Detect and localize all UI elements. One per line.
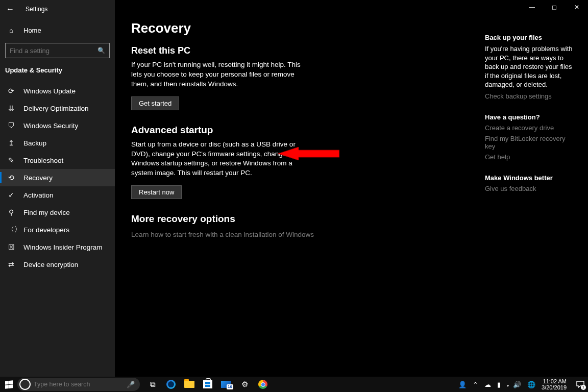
rp-q-link-0[interactable]: Create a recovery drive bbox=[485, 124, 573, 132]
sidebar-item-encryption[interactable]: ⇄Device encryption bbox=[0, 256, 115, 273]
settings-icon[interactable]: ⚙ bbox=[239, 379, 250, 390]
language-icon[interactable]: 🌐 bbox=[527, 381, 535, 388]
sidebar-item-label: Troubleshoot bbox=[23, 157, 63, 164]
search-icon: 🔍 bbox=[97, 47, 105, 54]
people-icon[interactable]: 👤 bbox=[458, 381, 467, 388]
recovery-icon: ⟲ bbox=[7, 174, 15, 182]
sidebar-item-label: Delivery Optimization bbox=[23, 105, 89, 112]
activation-icon: ✓ bbox=[7, 191, 15, 199]
rp-better-link[interactable]: Give us feedback bbox=[485, 185, 573, 192]
mail-icon[interactable]: 10 bbox=[220, 379, 232, 390]
find-icon: ⚲ bbox=[7, 208, 15, 216]
sidebar-item-find[interactable]: ⚲Find my device bbox=[0, 204, 115, 221]
battery-icon[interactable]: ▮ bbox=[497, 381, 501, 388]
troubleshoot-icon: ✎ bbox=[7, 156, 15, 164]
settings-search-input[interactable] bbox=[10, 47, 97, 55]
window-minimize[interactable]: — bbox=[521, 0, 543, 14]
cortana-icon bbox=[19, 379, 31, 390]
back-icon[interactable]: ← bbox=[6, 5, 14, 14]
sidebar-item-delivery[interactable]: ⇊Delivery Optimization bbox=[0, 100, 115, 117]
windows-icon bbox=[5, 380, 13, 389]
reset-get-started-button[interactable]: Get started bbox=[131, 96, 179, 110]
delivery-icon: ⇊ bbox=[7, 104, 15, 112]
sidebar-item-shield[interactable]: ⛉Windows Security bbox=[0, 117, 115, 134]
taskbar-search[interactable]: 🎤 bbox=[17, 378, 140, 391]
sidebar-item-label: Find my device bbox=[23, 209, 70, 216]
insider-icon: ☒ bbox=[7, 243, 15, 251]
start-button[interactable] bbox=[0, 381, 17, 388]
sidebar-item-developer[interactable]: 〈〉For developers bbox=[0, 221, 115, 238]
restart-now-button[interactable]: Restart now bbox=[131, 185, 182, 199]
rp-backup-body: If you're having problems with your PC, … bbox=[485, 44, 573, 89]
more-heading: More recovery options bbox=[131, 213, 572, 225]
home-icon: ⌂ bbox=[7, 27, 15, 34]
app-title: Settings bbox=[26, 6, 47, 13]
developer-icon: 〈〉 bbox=[7, 225, 15, 234]
taskbar-search-input[interactable] bbox=[34, 381, 127, 388]
sidebar-home[interactable]: ⌂ Home bbox=[0, 21, 115, 39]
taskbar: 🎤 ⧉ 10 ⚙ 👤 ⌃ ☁ ▮ 𝅘 🔊 🌐 11:02 AM 3/20/201… bbox=[0, 377, 588, 392]
sidebar-item-label: Windows Update bbox=[23, 87, 76, 95]
sidebar-item-backup[interactable]: ↥Backup bbox=[0, 134, 115, 152]
rp-backup-link[interactable]: Check backup settings bbox=[485, 92, 573, 100]
window-maximize[interactable]: ◻ bbox=[543, 0, 566, 14]
window-close[interactable]: ✕ bbox=[566, 0, 588, 14]
more-clean-install-link[interactable]: Learn how to start fresh with a clean in… bbox=[131, 231, 572, 238]
rp-question-heading: Have a question? bbox=[485, 113, 573, 121]
clock-time: 11:02 AM bbox=[542, 378, 567, 384]
settings-sidebar: ← Settings ⌂ Home 🔍 Update & Security ⟳W… bbox=[0, 0, 115, 377]
microphone-icon[interactable]: 🎤 bbox=[127, 381, 135, 388]
chrome-icon[interactable] bbox=[257, 379, 268, 390]
sidebar-item-sync[interactable]: ⟳Windows Update bbox=[0, 82, 115, 100]
onedrive-icon[interactable]: ☁ bbox=[484, 381, 491, 388]
sidebar-item-insider[interactable]: ☒Windows Insider Program bbox=[0, 238, 115, 256]
rp-q-link-1[interactable]: Find my BitLocker recovery key bbox=[485, 135, 573, 150]
sidebar-item-label: Device encryption bbox=[23, 261, 78, 268]
rp-better-heading: Make Windows better bbox=[485, 174, 573, 182]
clock-date: 3/20/2019 bbox=[542, 384, 567, 390]
info-pane: Back up your files If you're having prob… bbox=[485, 34, 573, 206]
sidebar-item-recovery[interactable]: ⟲Recovery bbox=[0, 169, 115, 186]
sync-icon: ⟳ bbox=[7, 87, 15, 95]
rp-q-link-2[interactable]: Get help bbox=[485, 153, 573, 161]
settings-main: — ◻ ✕ Recovery Reset this PC If your PC … bbox=[115, 0, 588, 377]
action-center-icon[interactable]: 1 bbox=[576, 380, 585, 389]
sidebar-item-label: Activation bbox=[23, 191, 54, 199]
settings-search[interactable]: 🔍 bbox=[5, 43, 110, 58]
task-view-icon[interactable]: ⧉ bbox=[147, 379, 158, 390]
sidebar-item-label: Windows Security bbox=[23, 122, 78, 130]
advanced-blurb: Start up from a device or disc (such as … bbox=[131, 140, 305, 179]
store-icon[interactable] bbox=[202, 379, 213, 390]
sidebar-group-title: Update & Security bbox=[0, 58, 115, 77]
encryption-icon: ⇄ bbox=[7, 260, 15, 268]
file-explorer-icon[interactable] bbox=[184, 379, 195, 390]
sidebar-item-label: For developers bbox=[23, 226, 69, 234]
sidebar-item-label: Recovery bbox=[23, 174, 53, 182]
sidebar-item-label: Windows Insider Program bbox=[23, 243, 103, 251]
sidebar-item-label: Backup bbox=[23, 139, 46, 147]
taskbar-clock[interactable]: 11:02 AM 3/20/2019 bbox=[542, 378, 567, 390]
volume-icon[interactable]: 🔊 bbox=[513, 381, 521, 388]
reset-blurb: If your PC isn't running well, resetting… bbox=[131, 60, 305, 89]
backup-icon: ↥ bbox=[7, 139, 15, 147]
sidebar-item-troubleshoot[interactable]: ✎Troubleshoot bbox=[0, 152, 115, 169]
rp-backup-heading: Back up your files bbox=[485, 34, 573, 41]
shield-icon: ⛉ bbox=[7, 121, 15, 130]
edge-icon[interactable] bbox=[165, 379, 177, 390]
tray-chevron-icon[interactable]: ⌃ bbox=[473, 381, 478, 388]
sidebar-home-label: Home bbox=[23, 27, 41, 34]
sidebar-item-activation[interactable]: ✓Activation bbox=[0, 186, 115, 204]
